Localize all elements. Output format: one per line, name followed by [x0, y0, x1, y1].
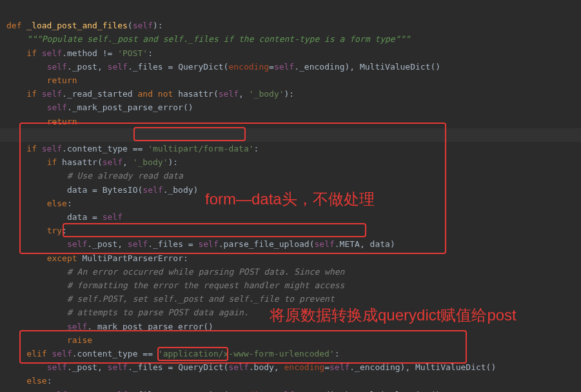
code-line: self._mark_post_parse_error(): [6, 103, 193, 112]
code-line: except MultiPartParserError:: [6, 253, 188, 263]
code-line: elif self.content_type == 'application/x…: [6, 349, 340, 358]
code-line: # attempts to parse POST data again.: [6, 308, 249, 317]
code-line: raise: [6, 335, 92, 345]
code-line: try:: [6, 226, 67, 235]
code-line: self._post, self._files = self.parse_fil…: [6, 239, 395, 249]
code-line: else:: [6, 376, 52, 386]
code-line: self._mark_post_parse_error(): [6, 322, 213, 331]
code-line: """Populate self._post and self._files i…: [6, 34, 410, 44]
code-line: if self.content_type == 'multipart/form-…: [6, 144, 259, 153]
code-editor[interactable]: def _load_post_and_files(self): """Popul…: [0, 0, 581, 392]
code-line: return: [6, 75, 77, 85]
code-line: # formatting the error the request handl…: [6, 280, 344, 290]
code-line: def _load_post_and_files(self):: [6, 21, 163, 30]
code-line: if self._read_started and not hasattr(se…: [6, 89, 294, 99]
code-line: if self.method != 'POST':: [6, 48, 153, 58]
code-line: # Use already read data: [6, 171, 183, 181]
code-line: self._post, self._files = QueryDict(enco…: [6, 62, 440, 72]
code-line: else:: [6, 199, 72, 208]
code-line: # self.POST, set self._post and self._fi…: [6, 294, 335, 304]
code-line: data = self: [6, 212, 123, 222]
code-line: if hasattr(self, '_body'):: [6, 157, 178, 167]
code-line: self._post, self._files = QueryDict(self…: [6, 362, 496, 372]
code-line: return: [6, 117, 77, 126]
code-line: # An error occurred while parsing POST d…: [6, 267, 344, 277]
code-line: data = BytesIO(self._body): [6, 185, 198, 195]
